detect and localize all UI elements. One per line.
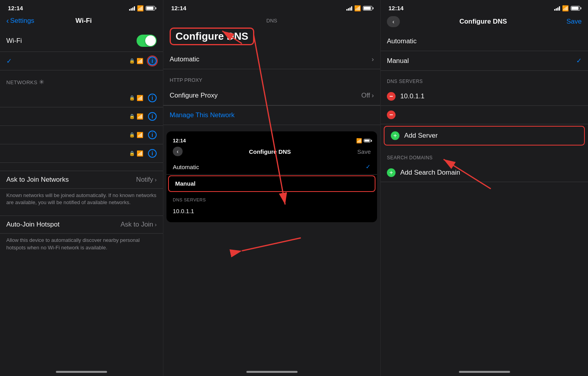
back-button-settings[interactable]: ‹ Settings	[6, 16, 34, 25]
automatic-option-value: ›	[372, 55, 374, 63]
ask-join-chevron: ›	[155, 177, 157, 183]
inner-title: Configure DNS	[249, 148, 291, 155]
connected-network-row[interactable]: ✓ 🔒 📶 i	[0, 52, 163, 70]
lock-3: 🔒	[129, 132, 135, 138]
automatic-dns-option[interactable]: Automatic	[381, 32, 588, 51]
configure-proxy-value: Off ›	[361, 92, 374, 100]
inner-automatic-label: Automatic	[173, 164, 199, 170]
minus-btn-1[interactable]: −	[387, 92, 396, 101]
inner-manual-label: Manual	[175, 180, 196, 187]
nav-title-3: Configure DNS	[459, 18, 507, 26]
status-icons-1: 📶	[129, 5, 155, 11]
nav-header-1: ‹ Settings Wi-Fi	[0, 15, 163, 30]
info-btn-3[interactable]: i	[148, 131, 157, 139]
connected-network-icons: 🔒 📶 i	[129, 57, 157, 65]
wifi-toggle[interactable]	[137, 35, 157, 47]
automatic-dns-label: Automatic	[387, 37, 417, 45]
network-item-1[interactable]: 🔒 📶 i	[0, 89, 163, 107]
manual-dns-option[interactable]: Manual ✓	[381, 51, 588, 71]
network-item-3[interactable]: 🔒 📶 i	[0, 126, 163, 144]
inner-save-btn[interactable]: Save	[357, 148, 371, 155]
add-search-plus-btn[interactable]: +	[387, 168, 396, 177]
inner-manual-row[interactable]: Manual	[168, 175, 375, 192]
inner-dns-label: DNS SERVERS	[173, 197, 371, 205]
manage-network-link[interactable]: Manage This Network	[163, 105, 380, 125]
ask-join-label: Ask to Join Networks	[6, 176, 69, 184]
signal-bars-1	[129, 6, 135, 11]
info-btn-4[interactable]: i	[148, 149, 157, 158]
auto-join-chevron: ›	[155, 221, 157, 228]
configure-proxy-row[interactable]: Configure Proxy Off ›	[163, 86, 380, 105]
home-indicator-1	[56, 371, 107, 373]
wifi-3: 📶	[137, 132, 143, 138]
ask-join-value-text: Notify	[136, 176, 153, 184]
battery-fill-3	[571, 7, 579, 10]
info-icon-connected: i	[152, 58, 153, 64]
battery-fill-1	[146, 7, 153, 10]
save-button-3[interactable]: Save	[566, 18, 582, 26]
automatic-option-label: Automatic	[170, 55, 200, 63]
automatic-chevron: ›	[372, 55, 374, 63]
info-button-connected[interactable]: i	[148, 57, 157, 65]
wifi-icon-1: 📶	[137, 5, 144, 11]
auto-join-row[interactable]: Auto-Join Hotspot Ask to Join ›	[0, 216, 163, 234]
inner-back-label: ‹	[177, 148, 179, 155]
inner-dns-ip: 10.0.1.1	[173, 205, 371, 217]
nav-title-wifi: Wi-Fi	[76, 17, 92, 25]
wifi-toggle-row[interactable]: Wi-Fi	[0, 30, 163, 52]
inner-battery	[364, 139, 371, 142]
inner-status-bar: 12:14 📶	[166, 135, 377, 145]
configure-proxy-label: Configure Proxy	[170, 92, 218, 100]
ask-join-row[interactable]: Ask to Join Networks Notify ›	[0, 171, 163, 189]
add-server-row[interactable]: + Add Server	[384, 126, 585, 146]
inner-automatic-row[interactable]: Automatic ✓	[166, 159, 377, 175]
search-domains-section-label: SEARCH DOMAINS	[381, 147, 588, 164]
networks-section-header: NETWORKS ✳	[0, 70, 163, 89]
add-server-plus-btn[interactable]: +	[391, 131, 399, 140]
add-search-domain-row[interactable]: + Add Search Domain	[381, 164, 588, 182]
dns-server-entry-2[interactable]: −	[381, 106, 588, 124]
svg-line-5	[242, 238, 301, 251]
status-bar-2: 12:14 📶	[163, 0, 380, 15]
networks-label: NETWORKS	[6, 79, 37, 85]
dns-server-entry-1[interactable]: − 10.0.1.1	[381, 87, 588, 106]
toggle-thumb	[145, 35, 156, 46]
info-btn-2[interactable]: i	[148, 112, 157, 121]
back-button-3[interactable]: ‹	[387, 16, 400, 27]
status-icons-2: 📶	[346, 5, 372, 11]
network-item-2[interactable]: 🔒 📶 i	[0, 107, 163, 126]
wifi-1: 📶	[137, 95, 143, 101]
wifi-icon-3: 📶	[562, 5, 569, 11]
network-icons-3: 🔒 📶 i	[129, 131, 157, 139]
auto-join-section: Auto-Join Hotspot Ask to Join › Allow th…	[0, 216, 163, 254]
time-1: 12:14	[8, 5, 23, 11]
configure-dns-highlight: Configure DNS	[170, 28, 254, 45]
auto-join-value-text: Ask to Join	[120, 221, 153, 229]
time-3: 12:14	[388, 5, 403, 11]
ask-join-description: Known networks will be joined automatica…	[0, 189, 163, 209]
manual-checkmark: ✓	[576, 57, 582, 65]
search-plus-icon: +	[389, 169, 393, 176]
ask-join-value: Notify ›	[136, 176, 157, 184]
dns-servers-section-label: DNS SERVERS	[381, 71, 588, 87]
info-btn-1[interactable]: i	[148, 94, 157, 102]
minus-btn-2[interactable]: −	[387, 111, 396, 119]
automatic-option-row[interactable]: Automatic ›	[163, 50, 380, 69]
panel-dns-config: 12:14 📶 DNS Configure DNS Automatic › H	[163, 0, 381, 376]
bar-2	[131, 8, 132, 11]
dns-ip-1: 10.0.1.1	[400, 92, 424, 100]
wifi-strength-connected: 📶	[137, 58, 143, 64]
inner-phone-overlay: 12:14 📶 ‹ Configure DNS Save Automatic ✓…	[166, 131, 377, 222]
status-bar-3: 12:14 📶	[381, 0, 588, 15]
back-arrow-3: ‹	[392, 18, 394, 25]
signal-bars-2	[346, 6, 352, 11]
status-bar-1: 12:14 📶	[0, 0, 163, 15]
inner-back-btn[interactable]: ‹	[173, 147, 183, 156]
inner-status-icons: 📶	[356, 138, 371, 144]
network-item-4[interactable]: 🔒 📶 i	[0, 144, 163, 163]
minus-icon-2: −	[389, 111, 393, 118]
back-arrow-1: ‹	[6, 16, 9, 25]
battery-icon-1	[146, 6, 155, 11]
inner-dns-section: DNS SERVERS 10.0.1.1	[166, 193, 377, 219]
home-indicator-2	[246, 371, 298, 373]
